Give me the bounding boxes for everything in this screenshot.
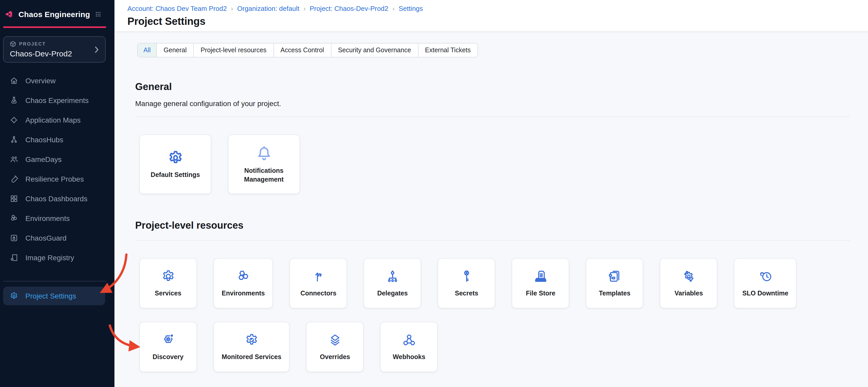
sidebar-item-project-settings[interactable]: Project Settings — [3, 287, 105, 305]
project-selector[interactable]: PROJECT Chaos-Dev-Prod2 — [3, 36, 106, 63]
project-selector-label: PROJECT — [19, 41, 46, 46]
card-label: File Store — [526, 289, 555, 298]
sidebar-item-chaos-dashboards[interactable]: Chaos Dashboards — [0, 189, 115, 209]
section-general: General Manage general configuration of … — [135, 81, 850, 194]
resource-cards-row-2: Discovery Monitored Services — [139, 322, 850, 372]
card-label: Environments — [222, 289, 265, 298]
delegates-org-chart-icon — [385, 269, 400, 284]
sidebar-item-overview[interactable]: Overview — [0, 71, 115, 91]
gear-icon — [9, 291, 19, 301]
card-label: Monitored Services — [222, 353, 281, 362]
sidebar-item-label: ChaosGuard — [25, 234, 67, 242]
breadcrumb-project-link[interactable]: Project: Chaos-Dev-Prod2 — [310, 5, 388, 12]
hexagons-icon — [9, 214, 19, 223]
network-icon — [9, 135, 19, 144]
main-area: Account: Chaos Dev Team Prod2 › Organiza… — [115, 0, 868, 387]
sidebar-item-label: Resilience Probes — [25, 175, 84, 183]
secrets-key-icon — [459, 269, 474, 284]
tab-all[interactable]: All — [138, 43, 156, 57]
card-overrides[interactable]: Overrides — [306, 322, 364, 372]
tab-project-level-resources[interactable]: Project-level resources — [193, 43, 273, 57]
chaos-engineering-logo-icon[interactable] — [4, 7, 13, 21]
sidebar-item-chaosguard[interactable]: ChaosGuard — [0, 228, 115, 248]
sidebar-nav: Overview Chaos Experiments Application M… — [0, 71, 115, 268]
default-settings-gear-icon — [166, 149, 184, 167]
card-connectors[interactable]: Connectors — [290, 258, 347, 308]
services-gear-icon — [160, 269, 176, 284]
breadcrumb-organization-link[interactable]: Organization: default — [237, 5, 299, 12]
card-templates[interactable]: Templates — [586, 258, 644, 308]
discovery-hexagon-gear-icon — [160, 332, 176, 348]
flask-icon — [9, 96, 19, 105]
tab-general[interactable]: General — [156, 43, 193, 57]
brand-header: Chaos Engineering — [0, 0, 115, 23]
card-services[interactable]: Services — [139, 258, 197, 308]
card-secrets[interactable]: Secrets — [438, 258, 495, 308]
card-label: Services — [155, 289, 182, 298]
card-label: Overrides — [320, 353, 350, 362]
card-label: Connectors — [300, 289, 336, 298]
sidebar-item-image-registry[interactable]: Image Registry — [0, 248, 115, 268]
cube-icon — [10, 41, 16, 47]
tab-access-control[interactable]: Access Control — [273, 43, 331, 57]
accent-divider — [3, 26, 106, 28]
card-environments[interactable]: Environments — [213, 258, 273, 308]
app-window: Chaos Engineering PROJECT Chaos-Dev-Prod… — [0, 0, 868, 387]
sidebar: Chaos Engineering PROJECT Chaos-Dev-Prod… — [0, 0, 115, 387]
chevron-right-icon — [95, 46, 99, 53]
card-discovery[interactable]: Discovery — [139, 322, 197, 372]
file-store-document-icon — [533, 269, 549, 284]
sidebar-item-gamedays[interactable]: GameDays — [0, 149, 115, 169]
card-monitored-services[interactable]: Monitored Services — [213, 322, 290, 372]
target-icon — [9, 115, 19, 125]
breadcrumb-settings-link[interactable]: Settings — [399, 5, 423, 12]
card-default-settings[interactable]: Default Settings — [139, 135, 211, 194]
users-icon — [9, 155, 19, 164]
card-variables[interactable]: Variables — [660, 258, 718, 308]
sidebar-item-label: Environments — [25, 214, 70, 222]
card-file-store[interactable]: File Store — [512, 258, 569, 308]
sidebar-item-resilience-probes[interactable]: Resilience Probes — [0, 169, 115, 189]
sidebar-item-label: Chaos Experiments — [25, 96, 89, 105]
card-label: Delegates — [377, 289, 408, 298]
card-delegates[interactable]: Delegates — [364, 258, 421, 308]
app-grid-icon[interactable] — [95, 9, 101, 19]
sidebar-item-chaos-experiments[interactable]: Chaos Experiments — [0, 91, 115, 110]
dashboard-grid-icon — [9, 194, 19, 203]
breadcrumb-separator: › — [392, 5, 394, 12]
section-divider — [135, 240, 850, 241]
resource-cards-row-1: Services Environments — [139, 258, 850, 308]
settings-tabs: All General Project-level resources Acce… — [137, 43, 478, 58]
templates-stack-icon — [607, 269, 622, 284]
breadcrumb-separator: › — [231, 5, 233, 12]
test-tube-icon — [9, 174, 19, 184]
webhooks-icon — [401, 332, 417, 348]
sidebar-item-chaoshubs[interactable]: ChaosHubs — [0, 130, 115, 149]
sidebar-item-label: Chaos Dashboards — [25, 195, 88, 203]
sidebar-item-label: Overview — [25, 77, 56, 85]
card-label: SLO Downtime — [742, 289, 788, 298]
sidebar-item-label: GameDays — [25, 155, 62, 164]
tab-security-and-governance[interactable]: Security and Governance — [331, 43, 418, 57]
card-label: Notifications Management — [236, 167, 291, 184]
card-label: Variables — [675, 289, 703, 298]
variables-gear-sync-icon — [681, 269, 696, 284]
sidebar-item-label: Project Settings — [25, 292, 76, 300]
card-webhooks[interactable]: Webhooks — [380, 322, 438, 372]
lock-icon — [9, 233, 19, 243]
monitored-services-gear-check-icon — [244, 332, 259, 348]
project-selector-name: Chaos-Dev-Prod2 — [10, 49, 99, 58]
tab-external-tickets[interactable]: External Tickets — [418, 43, 477, 57]
sidebar-item-application-maps[interactable]: Application Maps — [0, 110, 115, 130]
breadcrumb-account-link[interactable]: Account: Chaos Dev Team Prod2 — [127, 5, 227, 12]
general-cards: Default Settings Notifications Managemen… — [139, 135, 850, 194]
card-notifications-management[interactable]: Notifications Management — [228, 135, 300, 194]
card-slo-downtime[interactable]: SLO Downtime — [734, 258, 797, 308]
card-label: Templates — [599, 289, 630, 298]
environments-hexagons-icon — [236, 269, 251, 284]
content: All General Project-level resources Acce… — [115, 32, 868, 387]
slo-downtime-clock-icon — [758, 269, 773, 284]
sidebar-item-environments[interactable]: Environments — [0, 209, 115, 228]
page-title: Project Settings — [127, 15, 868, 27]
card-label: Discovery — [153, 353, 184, 362]
